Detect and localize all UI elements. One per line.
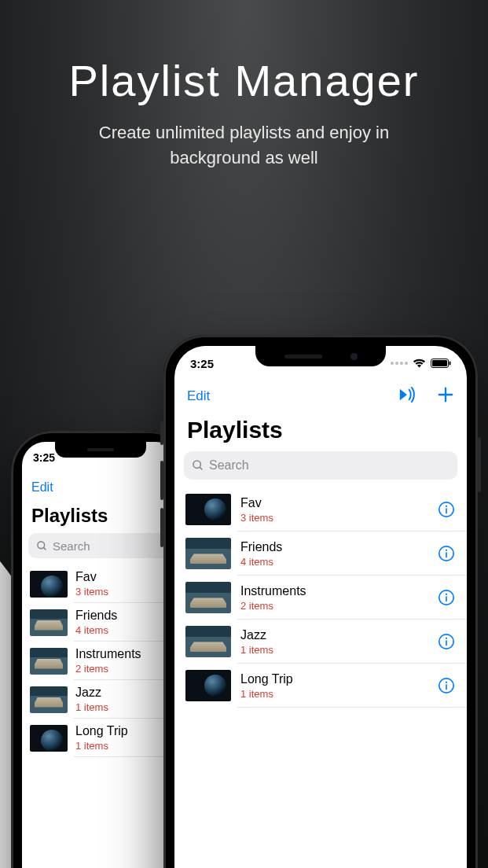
status-indicators	[391, 359, 451, 369]
svg-point-7	[193, 461, 200, 468]
playlist-row-body: Jazz1 items	[75, 686, 171, 713]
playlist-row-body: Jazz1 items	[240, 628, 437, 656]
info-button[interactable]	[437, 676, 456, 695]
playlist-item-count: 1 items	[75, 701, 171, 713]
playlist-row[interactable]: Friends4 items	[22, 603, 179, 642]
playlist-item-count: 4 items	[75, 624, 171, 636]
svg-point-23	[446, 682, 447, 683]
playlist-list-front: Fav3 itemsFriends4 itemsInstruments2 ite…	[174, 487, 467, 708]
info-button[interactable]	[437, 588, 456, 607]
status-time: 3:25	[190, 357, 214, 370]
hero-subtitle-line1: Create unlimited playlists and enjoy in	[99, 123, 389, 142]
search-bar[interactable]: Search	[184, 451, 457, 480]
svg-point-11	[446, 506, 447, 507]
playlist-thumbnail	[30, 648, 68, 675]
playlist-thumbnail	[30, 571, 68, 598]
playlist-item-count: 3 items	[240, 512, 437, 524]
playlist-row-body: Fav3 items	[240, 496, 437, 524]
playlist-name: Long Trip	[240, 672, 437, 686]
svg-point-14	[446, 550, 447, 551]
playlist-thumbnail	[185, 494, 231, 525]
add-button[interactable]	[437, 386, 454, 406]
status-time: 3:25	[33, 451, 55, 464]
search-placeholder: Search	[209, 458, 249, 473]
playlist-row[interactable]: Instruments2 items	[174, 576, 467, 620]
playlist-thumbnail	[30, 686, 68, 713]
svg-point-17	[446, 594, 447, 595]
playlist-name: Friends	[75, 609, 171, 623]
playlist-row[interactable]: Instruments2 items	[22, 642, 179, 680]
playlist-name: Long Trip	[75, 724, 171, 738]
info-icon	[438, 589, 455, 606]
now-playing-button[interactable]	[398, 387, 415, 406]
svg-rect-3	[432, 360, 447, 366]
playlist-thumbnail	[30, 725, 68, 752]
playlist-row[interactable]: Fav3 items	[22, 565, 179, 603]
info-button[interactable]	[437, 500, 456, 519]
playlist-row[interactable]: Friends4 items	[174, 531, 467, 576]
battery-icon	[431, 359, 451, 368]
playlist-item-count: 2 items	[240, 600, 437, 612]
playlist-item-count: 1 items	[240, 644, 437, 656]
info-icon	[438, 545, 455, 562]
edit-button[interactable]: Edit	[187, 388, 210, 404]
nav-bar: Edit	[174, 381, 467, 412]
playlist-row-body: Instruments2 items	[75, 647, 171, 675]
page-title: Playlists	[174, 412, 467, 451]
hero-subtitle-line2: background as well	[170, 148, 317, 167]
playlist-item-count: 1 items	[75, 740, 171, 752]
phone-back-screen: 3:25 Edit Playlists Search Fav3 itemsFri…	[22, 442, 179, 868]
play-broadcast-icon	[398, 387, 415, 403]
playlist-name: Instruments	[75, 647, 171, 661]
info-button[interactable]	[437, 632, 456, 651]
playlist-thumbnail	[30, 609, 68, 636]
svg-point-0	[38, 541, 45, 548]
playlist-name: Fav	[240, 496, 437, 510]
playlist-thumbnail	[185, 538, 231, 569]
hero-section: Playlist Manager Create unlimited playli…	[0, 55, 488, 171]
playlist-name: Friends	[240, 540, 437, 554]
playlist-name: Instruments	[240, 584, 437, 598]
playlist-row[interactable]: Long Trip1 items	[22, 719, 179, 757]
svg-line-1	[43, 547, 46, 550]
hero-subtitle: Create unlimited playlists and enjoy in …	[0, 120, 488, 171]
playlist-row[interactable]: Jazz1 items	[174, 620, 467, 664]
playlist-row-body: Instruments2 items	[240, 584, 437, 612]
playlist-name: Jazz	[240, 628, 437, 642]
playlist-thumbnail	[185, 670, 231, 701]
phone-mockup-front: 3:25 Edit Playlists Search Fav3 ite	[163, 335, 478, 868]
side-button	[478, 437, 481, 492]
playlist-name: Fav	[75, 570, 171, 584]
playlist-row[interactable]: Jazz1 items	[22, 680, 179, 719]
status-bar: 3:25	[174, 346, 467, 381]
search-placeholder: Search	[53, 539, 90, 553]
nav-bar: Edit	[22, 473, 179, 502]
playlist-row-body: Friends4 items	[75, 609, 171, 636]
search-icon	[36, 540, 48, 552]
svg-point-20	[446, 638, 447, 639]
playlist-item-count: 3 items	[75, 586, 171, 598]
page-title: Playlists	[22, 502, 179, 533]
playlist-list-back: Fav3 itemsFriends4 itemsInstruments2 ite…	[22, 565, 179, 757]
info-icon	[438, 633, 455, 650]
search-bar[interactable]: Search	[28, 533, 173, 558]
playlist-item-count: 4 items	[240, 556, 437, 568]
playlist-row-body: Long Trip1 items	[75, 724, 171, 752]
signal-icon	[391, 362, 408, 365]
phone-front-screen: 3:25 Edit Playlists Search Fav3 ite	[174, 346, 467, 868]
playlist-row-body: Long Trip1 items	[240, 672, 437, 700]
volume-down-button	[160, 508, 163, 547]
edit-button[interactable]: Edit	[31, 480, 53, 495]
playlist-name: Jazz	[75, 686, 171, 700]
plus-icon	[437, 386, 454, 403]
svg-rect-4	[449, 362, 451, 366]
search-icon	[192, 459, 204, 472]
playlist-row[interactable]: Fav3 items	[174, 487, 467, 531]
status-bar: 3:25	[22, 442, 179, 473]
hero-title: Playlist Manager	[0, 55, 488, 106]
playlist-item-count: 1 items	[240, 688, 437, 700]
info-button[interactable]	[437, 544, 456, 563]
playlist-row[interactable]: Long Trip1 items	[174, 664, 467, 708]
info-icon	[438, 677, 455, 694]
playlist-row-body: Fav3 items	[75, 570, 171, 598]
